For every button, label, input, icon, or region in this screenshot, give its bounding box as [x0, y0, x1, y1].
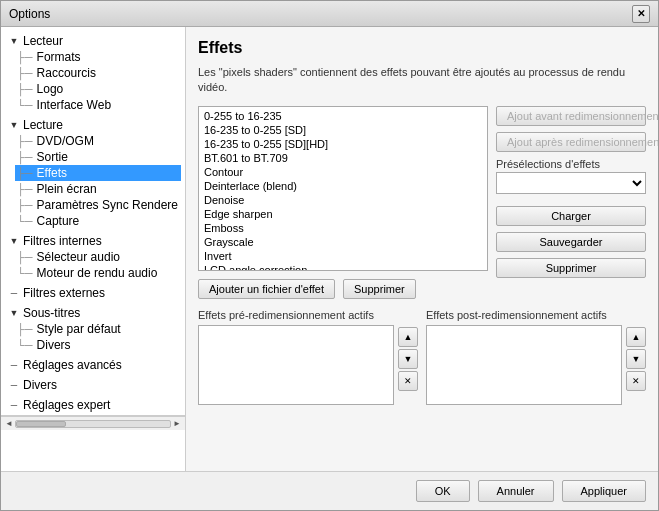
section-header-sous-titres[interactable]: ▼ Sous-titres — [5, 305, 181, 321]
label-interface-web: Interface Web — [37, 98, 111, 112]
presets-section: Présélections d'effets — [496, 158, 646, 194]
section-label-sous-titres: Sous-titres — [23, 306, 80, 320]
post-delete-button[interactable]: ✕ — [626, 371, 646, 391]
connector-dvd: ├─ — [17, 135, 33, 147]
label-sortie: Sortie — [37, 150, 68, 164]
pre-delete-button[interactable]: ✕ — [398, 371, 418, 391]
sidebar-item-style-defaut[interactable]: ├─ Style par défaut — [15, 321, 181, 337]
list-item-grayscale[interactable]: Grayscale — [201, 235, 485, 249]
remove-button[interactable]: Supprimer — [343, 279, 416, 299]
active-pre-list[interactable] — [198, 325, 394, 405]
left-scrollbar[interactable]: ◄ ► — [1, 416, 185, 430]
sidebar-item-params-sync[interactable]: ├─ Paramètres Sync Rendere — [15, 197, 181, 213]
effects-list-container: 0-255 to 16-235 16-235 to 0-255 [SD] 16-… — [198, 106, 488, 279]
sidebar-item-divers-st[interactable]: └─ Divers — [15, 337, 181, 353]
collapse-icon-filtres-externes: ─ — [7, 286, 21, 300]
list-item-invert[interactable]: Invert — [201, 249, 485, 263]
delete-side-button[interactable]: Supprimer — [496, 258, 646, 278]
section-header-lecteur[interactable]: ▼ Lecteur — [5, 33, 181, 49]
presets-dropdown[interactable] — [496, 172, 646, 194]
label-formats: Formats — [37, 50, 81, 64]
label-capture: Capture — [37, 214, 80, 228]
sidebar-item-capture[interactable]: └─ Capture — [15, 213, 181, 229]
close-button[interactable]: ✕ — [632, 5, 650, 23]
collapse-icon-lecteur: ▼ — [7, 34, 21, 48]
scrollbar-thumb[interactable] — [16, 421, 66, 427]
section-header-filtres-internes[interactable]: ▼ Filtres internes — [5, 233, 181, 249]
sidebar-item-selecteur-audio[interactable]: ├─ Sélecteur audio — [15, 249, 181, 265]
sidebar-item-interface-web[interactable]: └─ Interface Web — [15, 97, 181, 113]
sidebar-item-dvd[interactable]: ├─ DVD/OGM — [15, 133, 181, 149]
connector-formats: ├─ — [17, 51, 33, 63]
scrollbar-track[interactable] — [15, 420, 171, 428]
section-header-filtres-externes[interactable]: ─ Filtres externes — [5, 285, 181, 301]
active-post-list[interactable] — [426, 325, 622, 405]
active-post-title: Effets post-redimensionnement actifs — [426, 309, 646, 321]
save-button[interactable]: Sauvegarder — [496, 232, 646, 252]
sidebar-item-sortie[interactable]: ├─ Sortie — [15, 149, 181, 165]
add-after-button[interactable]: Ajout après redimensionnement — [496, 132, 646, 152]
right-panel: Effets Les "pixels shaders" contiennent … — [186, 27, 658, 471]
connector-divers-st: └─ — [17, 339, 33, 351]
scroll-left-icon[interactable]: ◄ — [3, 419, 15, 428]
connector-logo: ├─ — [17, 83, 33, 95]
active-post-panel: Effets post-redimensionnement actifs ▲ ▼ — [426, 309, 646, 405]
post-down-button[interactable]: ▼ — [626, 349, 646, 369]
pre-delete-icon: ✕ — [404, 376, 412, 386]
panel-description: Les "pixels shaders" contiennent des eff… — [198, 65, 646, 96]
post-up-button[interactable]: ▲ — [626, 327, 646, 347]
tree-section-sous-titres: ▼ Sous-titres ├─ Style par défaut └─ Div… — [1, 303, 185, 355]
add-file-button[interactable]: Ajouter un fichier d'effet — [198, 279, 335, 299]
list-item-lcd[interactable]: LCD angle correction — [201, 263, 485, 271]
section-header-lecture[interactable]: ▼ Lecture — [5, 117, 181, 133]
list-item-denoise[interactable]: Denoise — [201, 193, 485, 207]
pre-down-button[interactable]: ▼ — [398, 349, 418, 369]
ok-button[interactable]: OK — [416, 480, 470, 502]
list-item-emboss[interactable]: Emboss — [201, 221, 485, 235]
scroll-right-icon[interactable]: ► — [171, 419, 183, 428]
sidebar-item-plein-ecran[interactable]: ├─ Plein écran — [15, 181, 181, 197]
label-divers-st: Divers — [37, 338, 71, 352]
collapse-icon-reglages-avances: ─ — [7, 358, 21, 372]
connector-style: ├─ — [17, 323, 33, 335]
filtres-internes-children: ├─ Sélecteur audio └─ Moteur de rendu au… — [5, 249, 181, 281]
tree-section-divers: ─ Divers — [1, 375, 185, 395]
lecture-children: ├─ DVD/OGM ├─ Sortie ├─ Effets ├─ Plein … — [5, 133, 181, 229]
list-item-deinterlace[interactable]: Deinterlace (blend) — [201, 179, 485, 193]
section-label-lecture: Lecture — [23, 118, 63, 132]
left-panel-footer: ◄ ► — [1, 415, 185, 430]
section-header-reglages-avances[interactable]: ─ Réglages avancés — [5, 357, 181, 373]
section-label-lecteur: Lecteur — [23, 34, 63, 48]
pre-up-button[interactable]: ▲ — [398, 327, 418, 347]
section-label-divers: Divers — [23, 378, 57, 392]
sidebar-item-raccourcis[interactable]: ├─ Raccourcis — [15, 65, 181, 81]
active-pre-title: Effets pré-redimensionnement actifs — [198, 309, 418, 321]
effects-controls-row: 0-255 to 16-235 16-235 to 0-255 [SD] 16-… — [198, 106, 646, 279]
section-header-divers[interactable]: ─ Divers — [5, 377, 181, 393]
sidebar-item-effets[interactable]: ├─ Effets — [15, 165, 181, 181]
down-arrow-icon: ▼ — [404, 354, 413, 364]
label-selecteur-audio: Sélecteur audio — [37, 250, 120, 264]
section-header-reglages-expert[interactable]: ─ Réglages expert — [5, 397, 181, 413]
connector-sortie: ├─ — [17, 151, 33, 163]
list-item-edge-sharpen[interactable]: Edge sharpen — [201, 207, 485, 221]
label-params-sync: Paramètres Sync Rendere — [37, 198, 178, 212]
connector-effets: ├─ — [17, 167, 33, 179]
tree-section-lecture: ▼ Lecture ├─ DVD/OGM ├─ Sortie ├─ Effets — [1, 115, 185, 231]
label-dvd: DVD/OGM — [37, 134, 94, 148]
sidebar-item-formats[interactable]: ├─ Formats — [15, 49, 181, 65]
apply-button[interactable]: Appliquer — [562, 480, 646, 502]
label-logo: Logo — [37, 82, 64, 96]
list-item-contour[interactable]: Contour — [201, 165, 485, 179]
cancel-button[interactable]: Annuler — [478, 480, 554, 502]
list-item-bt601[interactable]: BT.601 to BT.709 — [201, 151, 485, 165]
sidebar-item-moteur-rendu[interactable]: └─ Moteur de rendu audio — [15, 265, 181, 281]
list-item-16-235-sd-hd[interactable]: 16-235 to 0-255 [SD][HD] — [201, 137, 485, 151]
list-item-0-255-16[interactable]: 0-255 to 16-235 — [201, 109, 485, 123]
add-before-button[interactable]: Ajout avant redimensionnement — [496, 106, 646, 126]
load-button[interactable]: Charger — [496, 206, 646, 226]
effects-list[interactable]: 0-255 to 16-235 16-235 to 0-255 [SD] 16-… — [198, 106, 488, 271]
list-item-16-235-sd[interactable]: 16-235 to 0-255 [SD] — [201, 123, 485, 137]
tree-section-filtres-externes: ─ Filtres externes — [1, 283, 185, 303]
sidebar-item-logo[interactable]: ├─ Logo — [15, 81, 181, 97]
